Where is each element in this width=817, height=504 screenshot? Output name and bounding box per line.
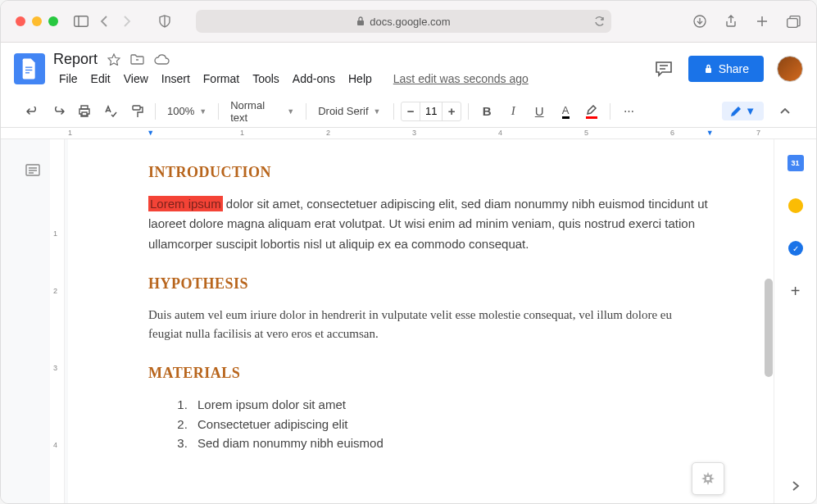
more-tools-button[interactable]: ⋯: [617, 100, 640, 123]
browser-toolbar: docs.google.com: [1, 1, 816, 43]
italic-button[interactable]: I: [502, 100, 524, 123]
window-controls: [16, 16, 58, 26]
docs-header: Report File Edit View Insert Format Tool…: [1, 43, 816, 95]
redo-button[interactable]: [47, 100, 70, 123]
collapse-toolbar-button[interactable]: [774, 100, 797, 123]
menu-bar: File Edit View Insert Format Tools Add-o…: [53, 70, 534, 88]
tabs-icon[interactable]: [785, 13, 801, 30]
style-select[interactable]: Normal text▼: [225, 99, 299, 124]
menu-tools[interactable]: Tools: [247, 70, 285, 88]
horizontal-ruler[interactable]: 1 ▼ 1 2 3 4 5 6 ▼ 7: [1, 128, 816, 139]
svg-rect-8: [787, 18, 797, 27]
explore-button[interactable]: [692, 462, 724, 495]
menu-format[interactable]: Format: [197, 70, 245, 88]
svg-marker-12: [108, 54, 120, 66]
heading-hypothesis[interactable]: HYPOTHESIS: [148, 275, 709, 293]
zoom-select[interactable]: 100%▼: [162, 105, 211, 117]
heading-materials[interactable]: MATERIALS: [148, 365, 709, 382]
maximize-window[interactable]: [48, 16, 58, 26]
paragraph-hypothesis[interactable]: Duis autem vel eum iriure dolor in hendr…: [148, 306, 709, 344]
cloud-status-icon[interactable]: [154, 54, 170, 65]
menu-view[interactable]: View: [118, 70, 154, 88]
reload-icon[interactable]: [594, 16, 605, 27]
list-item[interactable]: Sed diam nonummy nibh euismod: [191, 434, 709, 452]
last-edit-link[interactable]: Last edit was seconds ago: [388, 70, 534, 88]
menu-insert[interactable]: Insert: [156, 70, 196, 88]
spellcheck-button[interactable]: [99, 100, 122, 123]
minimize-window[interactable]: [32, 16, 42, 26]
editing-mode-button[interactable]: ▼: [722, 102, 764, 120]
menu-edit[interactable]: Edit: [85, 70, 116, 88]
svg-rect-15: [706, 68, 711, 73]
selected-text[interactable]: Lorem ipsum: [148, 196, 223, 211]
comments-button[interactable]: [652, 57, 675, 80]
format-toolbar: 100%▼ Normal text▼ Droid Serif▼ − + B I …: [1, 95, 816, 128]
url-text: docs.google.com: [370, 16, 450, 28]
star-icon[interactable]: [107, 53, 120, 66]
undo-button[interactable]: [20, 100, 43, 123]
hide-side-panel-button[interactable]: [792, 480, 800, 492]
list-item[interactable]: Lorem ipsum dolor sit amet: [191, 395, 709, 414]
downloads-icon[interactable]: [692, 13, 708, 30]
outline-toggle-button[interactable]: [25, 164, 40, 176]
font-size-decrease[interactable]: −: [402, 102, 420, 120]
materials-list[interactable]: Lorem ipsum dolor sit amet Consectetuer …: [148, 395, 709, 452]
heading-introduction[interactable]: INTRODUCTION: [148, 164, 709, 181]
tasks-addon-icon[interactable]: [787, 239, 805, 257]
bold-button[interactable]: B: [475, 100, 498, 123]
paint-format-button[interactable]: [125, 100, 148, 123]
svg-rect-9: [25, 67, 32, 68]
close-window[interactable]: [16, 16, 25, 26]
font-size-increase[interactable]: +: [443, 102, 461, 120]
svg-rect-18: [133, 106, 140, 110]
highlight-color-button[interactable]: [580, 100, 603, 123]
print-button[interactable]: [73, 100, 96, 123]
underline-button[interactable]: U: [528, 100, 551, 123]
menu-addons[interactable]: Add-ons: [287, 70, 341, 88]
svg-rect-11: [25, 72, 30, 73]
left-gutter: [1, 139, 50, 504]
document-page[interactable]: INTRODUCTION Lorem ipsum dolor sit amet,…: [68, 139, 774, 504]
new-tab-icon[interactable]: [754, 13, 770, 30]
keep-addon-icon[interactable]: [787, 197, 805, 215]
font-size-input[interactable]: [420, 102, 443, 120]
address-bar[interactable]: docs.google.com: [196, 10, 611, 33]
scrollbar-thumb[interactable]: [765, 279, 773, 377]
get-addons-button[interactable]: +: [787, 282, 805, 300]
share-button[interactable]: Share: [688, 56, 764, 82]
move-folder-icon[interactable]: [130, 53, 144, 65]
share-icon[interactable]: [723, 13, 739, 30]
svg-rect-23: [706, 477, 710, 480]
paragraph-introduction[interactable]: Lorem ipsum dolor sit amet, consectetuer…: [148, 194, 709, 254]
svg-rect-3: [357, 20, 364, 25]
account-avatar[interactable]: [777, 56, 803, 82]
forward-button[interactable]: [119, 13, 135, 30]
docs-logo[interactable]: [14, 53, 45, 84]
menu-file[interactable]: File: [53, 70, 84, 88]
svg-rect-10: [25, 70, 32, 70]
svg-rect-0: [75, 16, 89, 27]
back-button[interactable]: [96, 13, 112, 30]
calendar-addon-icon[interactable]: 31: [787, 154, 805, 172]
side-panel: 31 +: [774, 139, 816, 504]
svg-rect-17: [82, 112, 87, 116]
share-label: Share: [719, 62, 749, 75]
list-item[interactable]: Consectetuer adipiscing elit: [191, 415, 709, 434]
sidebar-toggle-icon[interactable]: [73, 13, 89, 30]
menu-help[interactable]: Help: [343, 70, 378, 88]
lock-icon: [356, 16, 365, 26]
vertical-ruler[interactable]: 1 2 3 4: [50, 139, 65, 504]
text-color-button[interactable]: A: [554, 100, 577, 123]
shield-icon[interactable]: [157, 13, 173, 30]
font-size-control: − +: [401, 102, 461, 121]
document-title[interactable]: Report: [53, 51, 98, 68]
font-select[interactable]: Droid Serif▼: [313, 105, 387, 117]
